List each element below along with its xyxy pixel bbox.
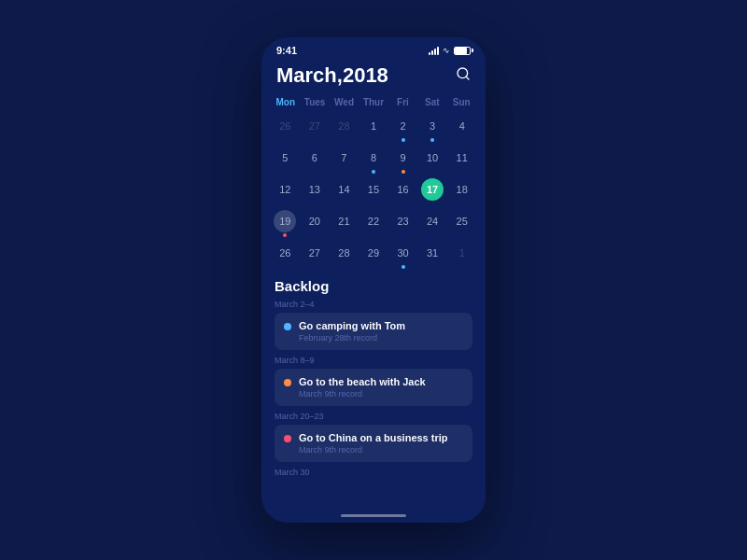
weekday-sun: Sun bbox=[447, 95, 476, 109]
day-dot bbox=[402, 138, 405, 142]
day-cell[interactable]: 2 bbox=[388, 113, 417, 144]
event-title: Go camping with Tom bbox=[299, 320, 463, 331]
day-cell[interactable]: 13 bbox=[301, 176, 330, 207]
day-cell[interactable]: 3 bbox=[418, 113, 447, 144]
day-cell[interactable]: 4 bbox=[447, 113, 476, 144]
month-title: March,2018 bbox=[276, 63, 388, 88]
day-cell[interactable]: 10 bbox=[418, 145, 447, 175]
event-dot bbox=[284, 323, 291, 330]
date-range-label: March 8–9 bbox=[275, 356, 472, 365]
day-cell[interactable]: 11 bbox=[447, 145, 476, 175]
day-cell[interactable]: 27 bbox=[301, 113, 330, 144]
day-dot bbox=[283, 233, 287, 237]
weekday-wed: Wed bbox=[330, 95, 359, 109]
event-dot bbox=[284, 435, 291, 442]
event-card[interactable]: Go to the beach with JackMarch 9th recor… bbox=[275, 369, 472, 406]
day-dot bbox=[430, 138, 434, 142]
day-cell[interactable]: 28 bbox=[330, 240, 359, 271]
day-cell[interactable]: 25 bbox=[447, 208, 476, 239]
day-cell[interactable]: 15 bbox=[359, 176, 388, 207]
day-cell[interactable]: 17 bbox=[418, 176, 447, 207]
event-subtitle: March 9th record bbox=[299, 389, 463, 399]
day-cell[interactable]: 8 bbox=[359, 145, 388, 175]
status-bar: 9:41 ∿ bbox=[261, 37, 486, 60]
event-dot bbox=[284, 379, 291, 386]
day-cell[interactable]: 9 bbox=[388, 145, 417, 175]
day-cell[interactable]: 16 bbox=[388, 176, 417, 207]
day-cell[interactable]: 27 bbox=[301, 240, 330, 271]
weekday-mon: Mon bbox=[271, 95, 300, 109]
event-info: Go to China on a business tripMarch 9th … bbox=[299, 432, 463, 455]
event-subtitle: February 28th record bbox=[299, 333, 463, 343]
day-cell[interactable]: 19 bbox=[271, 208, 300, 239]
date-range-label: March 2–4 bbox=[275, 300, 472, 309]
event-title: Go to the beach with Jack bbox=[299, 376, 463, 387]
day-cell[interactable]: 26 bbox=[271, 240, 300, 271]
day-cell[interactable]: 1 bbox=[359, 113, 388, 144]
wifi-icon: ∿ bbox=[443, 46, 450, 55]
backlog-section: Backlog March 2–4Go camping with TomFebr… bbox=[261, 271, 486, 509]
weekday-fri: Fri bbox=[388, 95, 417, 109]
date-range-label: March 20–23 bbox=[275, 412, 472, 421]
signal-icon bbox=[429, 46, 439, 55]
weekday-sat: Sat bbox=[417, 95, 446, 109]
bottom-bar bbox=[261, 509, 486, 523]
event-card[interactable]: Go to China on a business tripMarch 9th … bbox=[275, 425, 472, 462]
weekday-headers: Mon Tues Wed Thur Fri Sat Sun bbox=[271, 95, 476, 109]
day-cell[interactable]: 31 bbox=[418, 240, 447, 271]
event-card[interactable]: Go camping with TomFebruary 28th record bbox=[275, 313, 472, 350]
day-dot bbox=[402, 265, 405, 269]
day-cell[interactable]: 20 bbox=[301, 208, 330, 239]
svg-line-1 bbox=[466, 77, 469, 79]
day-cell[interactable]: 6 bbox=[301, 145, 330, 175]
home-indicator bbox=[341, 514, 406, 517]
day-cell[interactable]: 24 bbox=[418, 208, 447, 239]
day-cell[interactable]: 7 bbox=[330, 145, 359, 175]
status-icons: ∿ bbox=[429, 46, 471, 55]
day-dot bbox=[372, 170, 375, 174]
search-button[interactable] bbox=[456, 66, 471, 85]
event-info: Go camping with TomFebruary 28th record bbox=[299, 320, 463, 343]
day-cell[interactable]: 28 bbox=[330, 113, 359, 144]
day-cell[interactable]: 26 bbox=[271, 113, 300, 144]
day-cell[interactable]: 23 bbox=[388, 208, 417, 239]
day-cell[interactable]: 18 bbox=[447, 176, 476, 207]
day-cell[interactable]: 1 bbox=[447, 240, 476, 271]
weekday-thu: Thur bbox=[359, 95, 388, 109]
day-cell[interactable]: 5 bbox=[271, 145, 300, 175]
day-dot bbox=[402, 170, 405, 174]
date-range-label: March 30 bbox=[275, 468, 472, 477]
day-cell[interactable]: 22 bbox=[359, 208, 388, 239]
event-subtitle: March 9th record bbox=[299, 445, 463, 455]
day-cell[interactable]: 21 bbox=[330, 208, 359, 239]
day-cell[interactable]: 30 bbox=[388, 240, 417, 271]
day-cell[interactable]: 12 bbox=[271, 176, 300, 207]
calendar-header: March,2018 bbox=[261, 60, 486, 95]
day-cell[interactable]: 14 bbox=[330, 176, 359, 207]
calendar: Mon Tues Wed Thur Fri Sat Sun 2627281234… bbox=[261, 95, 486, 271]
battery-icon bbox=[454, 47, 471, 55]
status-time: 9:41 bbox=[276, 45, 297, 56]
event-title: Go to China on a business trip bbox=[299, 432, 463, 443]
phone-container: 9:41 ∿ March,2018 Mon Tues Wed bbox=[261, 37, 486, 523]
days-grid: 2627281234567891011121314151617181920212… bbox=[271, 113, 476, 271]
weekday-tue: Tues bbox=[300, 95, 329, 109]
event-info: Go to the beach with JackMarch 9th recor… bbox=[299, 376, 463, 399]
day-cell[interactable]: 29 bbox=[359, 240, 388, 271]
backlog-title: Backlog bbox=[275, 278, 472, 294]
